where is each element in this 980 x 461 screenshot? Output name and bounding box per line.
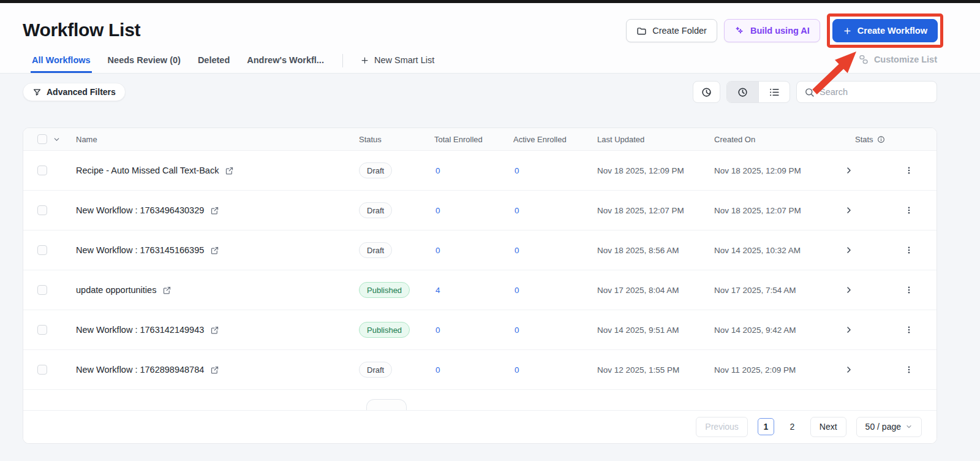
workflow-table-card: Name Status Total Enrolled Active Enroll…	[23, 128, 937, 444]
row-checkbox[interactable]	[37, 325, 47, 335]
page-number-2[interactable]: 2	[784, 418, 801, 435]
previous-page-button[interactable]: Previous	[696, 417, 747, 437]
total-enrolled-value[interactable]: 0	[434, 326, 513, 335]
pagination-bar: Previous 12 Next 50 / page	[23, 410, 937, 443]
workflow-name[interactable]: update opportunities	[76, 285, 156, 295]
external-link-icon[interactable]	[210, 206, 219, 215]
table-row[interactable]: update opportunities Published 4 0 Nov 1…	[23, 270, 937, 310]
expand-stats-button[interactable]	[832, 245, 881, 255]
expand-stats-button[interactable]	[832, 325, 881, 335]
tab-andrew-s-workfl-[interactable]: Andrew's Workfl...	[246, 55, 325, 73]
total-enrolled-value[interactable]: 4	[434, 286, 513, 295]
history-button[interactable]	[693, 81, 720, 103]
external-link-icon[interactable]	[225, 166, 234, 175]
page-number-1[interactable]: 1	[758, 418, 774, 435]
active-enrolled-value[interactable]: 0	[513, 365, 597, 375]
table-row[interactable]: New Workflow : 1763496430329 Draft 0 0 N…	[23, 191, 937, 230]
total-enrolled-value[interactable]: 0	[434, 206, 513, 215]
info-circle-icon[interactable]	[877, 135, 885, 143]
workflow-name[interactable]: New Workflow : 1763145166395	[76, 245, 204, 255]
status-badge: Draft	[359, 162, 392, 178]
table-row[interactable]: Recipe - Auto Missed Call Text-Back Draf…	[23, 151, 937, 191]
sparkles-ai-icon	[734, 26, 745, 36]
column-header-created-on[interactable]: Created On	[714, 135, 832, 144]
tab-deleted[interactable]: Deleted	[197, 55, 231, 73]
history-clock-icon	[701, 86, 712, 98]
new-smart-list-button[interactable]: New Smart List	[360, 55, 434, 73]
build-using-ai-button[interactable]: Build using AI	[724, 19, 820, 42]
new-smart-list-label: New Smart List	[374, 55, 434, 65]
row-checkbox[interactable]	[37, 166, 47, 175]
tab-needs-review-0-[interactable]: Needs Review (0)	[107, 55, 182, 73]
active-enrolled-value[interactable]: 0	[513, 286, 597, 295]
column-header-status[interactable]: Status	[359, 135, 434, 144]
row-actions-menu-button[interactable]	[881, 245, 937, 255]
create-workflow-button[interactable]: Create Workflow	[832, 19, 938, 42]
external-link-icon[interactable]	[210, 365, 219, 375]
list-view-toggle[interactable]	[758, 82, 790, 102]
kebab-menu-icon	[904, 205, 914, 215]
table-row[interactable]: New Workflow : 1763142149943 Published 0…	[23, 310, 937, 350]
tab-divider	[342, 54, 343, 67]
column-header-name[interactable]: Name	[76, 135, 359, 144]
active-enrolled-value[interactable]: 0	[513, 166, 597, 175]
table-row[interactable]: New Workflow : 1762898948784 Draft 0 0 N…	[23, 350, 937, 390]
column-header-last-updated[interactable]: Last Updated	[597, 135, 714, 144]
expand-stats-button[interactable]	[832, 365, 881, 375]
active-enrolled-value[interactable]: 0	[513, 206, 597, 215]
expand-stats-button[interactable]	[832, 166, 881, 175]
workflow-name[interactable]: Recipe - Auto Missed Call Text-Back	[76, 166, 219, 175]
table-row[interactable]: New Workflow : 1763145166395 Draft 0 0 N…	[23, 230, 937, 270]
row-checkbox[interactable]	[37, 205, 47, 215]
expand-stats-button[interactable]	[832, 285, 881, 295]
search-icon	[804, 87, 815, 97]
search-input[interactable]	[820, 87, 929, 97]
external-link-icon[interactable]	[210, 246, 219, 255]
chevron-right-icon	[844, 205, 854, 215]
column-header-stats[interactable]: Stats	[855, 135, 873, 144]
advanced-filters-label: Advanced Filters	[47, 87, 116, 97]
page-size-select[interactable]: 50 / page	[856, 417, 922, 437]
create-folder-button[interactable]: Create Folder	[626, 19, 717, 42]
select-dropdown-chevron-icon[interactable]	[53, 135, 61, 143]
advanced-filters-button[interactable]: Advanced Filters	[23, 83, 126, 101]
next-page-button[interactable]: Next	[810, 417, 846, 437]
tab-all-workflows[interactable]: All Workflows	[31, 55, 92, 73]
plus-icon	[843, 26, 852, 36]
workflow-name[interactable]: New Workflow : 1763142149943	[76, 325, 204, 335]
created-on-value: Nov 14 2025, 9:42 AM	[714, 326, 832, 335]
kebab-menu-icon	[904, 285, 914, 295]
select-all-checkbox[interactable]	[37, 134, 47, 144]
workflow-name[interactable]: New Workflow : 1763496430329	[76, 205, 204, 215]
row-actions-menu-button[interactable]	[881, 166, 937, 175]
row-actions-menu-button[interactable]	[881, 325, 937, 335]
external-link-icon[interactable]	[162, 286, 172, 295]
total-enrolled-value[interactable]: 0	[434, 166, 513, 175]
page-numbers: 12	[758, 418, 801, 435]
time-view-toggle[interactable]	[727, 82, 758, 102]
row-actions-menu-button[interactable]	[881, 285, 937, 295]
column-header-total-enrolled[interactable]: Total Enrolled	[434, 135, 513, 144]
last-updated-value: Nov 18 2025, 8:56 AM	[597, 246, 714, 255]
row-actions-menu-button[interactable]	[881, 205, 937, 215]
expand-stats-button[interactable]	[832, 205, 881, 215]
build-using-ai-label: Build using AI	[750, 26, 810, 36]
column-header-active-enrolled[interactable]: Active Enrolled	[513, 135, 597, 144]
customize-list-button[interactable]: Customize List	[858, 54, 937, 73]
create-folder-label: Create Folder	[652, 26, 707, 36]
total-enrolled-value[interactable]: 0	[434, 365, 513, 375]
workflow-name[interactable]: New Workflow : 1762898948784	[76, 365, 204, 375]
chevron-right-icon	[844, 245, 854, 255]
active-enrolled-value[interactable]: 0	[513, 246, 597, 255]
row-checkbox[interactable]	[37, 285, 47, 295]
active-enrolled-value[interactable]: 0	[513, 326, 597, 335]
chevron-down-icon	[905, 423, 913, 430]
total-enrolled-value[interactable]: 0	[434, 246, 513, 255]
row-actions-menu-button[interactable]	[881, 365, 937, 375]
list-view-icon	[769, 86, 780, 98]
row-checkbox[interactable]	[37, 365, 47, 375]
external-link-icon[interactable]	[210, 326, 219, 335]
chevron-right-icon	[844, 166, 854, 175]
chevron-right-icon	[844, 365, 854, 375]
row-checkbox[interactable]	[37, 245, 47, 255]
